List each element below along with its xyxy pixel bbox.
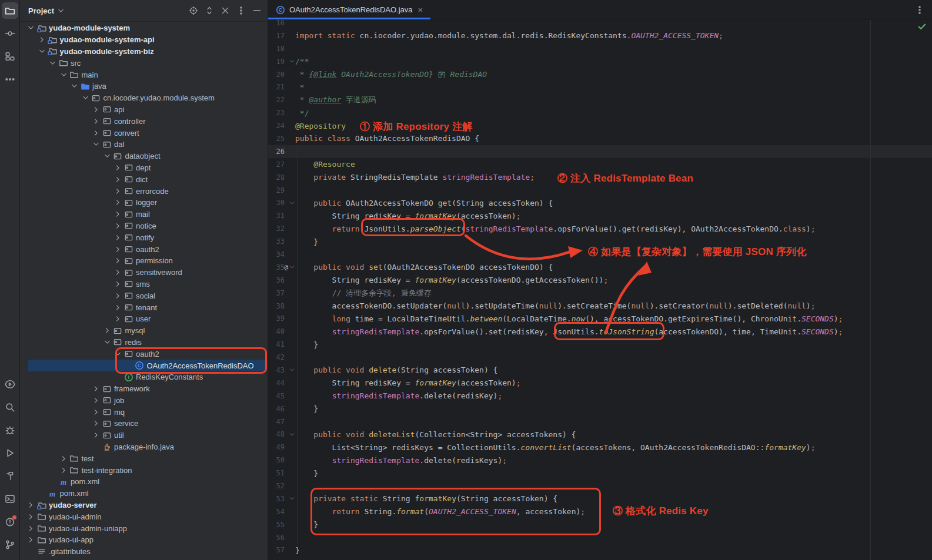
chevron-down-icon[interactable] (37, 48, 47, 55)
line-number[interactable]: 37 (268, 289, 285, 297)
chevron-right-icon[interactable] (102, 327, 112, 334)
tree-item-OAuth2AccessTokenRedisDAO[interactable]: COAuth2AccessTokenRedisDAO (28, 360, 268, 371)
chevron-down-icon[interactable] (48, 59, 58, 67)
chevron-right-icon[interactable] (113, 199, 123, 206)
chevron-right-icon[interactable] (26, 501, 36, 509)
tree-item-package-info.java[interactable]: package-info.java (20, 441, 268, 453)
chevron-down-icon[interactable] (26, 24, 36, 32)
tree-item-user[interactable]: user (20, 313, 268, 325)
line-number[interactable]: 20 (268, 71, 285, 79)
line-number[interactable]: 23 (268, 109, 285, 117)
line-number[interactable]: 35 (268, 263, 285, 271)
tree-item-java[interactable]: java (20, 81, 268, 92)
tree-item-notify[interactable]: notify (20, 232, 268, 243)
line-number[interactable]: 50 (268, 456, 285, 464)
line-number[interactable]: 51 (268, 469, 285, 477)
activitybar-more-horizontal-button[interactable] (2, 71, 18, 88)
tree-item-dept[interactable]: dept (20, 162, 268, 174)
tree-item-api[interactable]: api (20, 104, 268, 116)
tree-item-util[interactable]: util (20, 430, 268, 441)
line-number[interactable]: 39 (268, 314, 285, 323)
line-number[interactable]: 28 (268, 173, 285, 182)
chevron-right-icon[interactable] (91, 129, 101, 137)
line-number[interactable]: 48 (268, 430, 285, 438)
line-number[interactable]: 53 (268, 495, 285, 503)
tree-item-yudao-ui-admin[interactable]: yudao-ui-admin (20, 511, 268, 522)
tree-item-sensitiveword[interactable]: sensitiveword (20, 267, 268, 279)
chevron-right-icon[interactable] (113, 257, 123, 264)
fold-arrow-icon[interactable] (289, 200, 295, 206)
chevron-right-icon[interactable] (91, 385, 101, 393)
tree-item-controller[interactable]: controller (20, 115, 268, 127)
more-vertical-icon[interactable] (915, 0, 932, 19)
chevron-right-icon[interactable] (91, 408, 101, 416)
chevron-right-icon[interactable] (113, 246, 123, 253)
tab-oauth2accesstokenredisdao[interactable]: C OAuth2AccessTokenRedisDAO.java × (268, 0, 430, 19)
tree-item-pom.xml[interactable]: mpom.xml (20, 476, 268, 488)
hide-panel-icon[interactable] (252, 6, 262, 15)
fold-arrow-icon[interactable] (289, 264, 295, 270)
line-number[interactable]: 31 (268, 212, 285, 220)
line-number[interactable]: 44 (268, 379, 285, 387)
tree-item-notice[interactable]: notice (20, 220, 268, 232)
tree-item-pom.xml[interactable]: mpom.xml (20, 488, 268, 499)
tree-item-job[interactable]: job (20, 395, 268, 407)
tree-item-logger[interactable]: logger (20, 197, 268, 209)
tree-item-yudao-module-system-api[interactable]: yudao-module-system-api (20, 34, 268, 46)
tree-item-yudao-module-system[interactable]: yudao-module-system (20, 22, 268, 34)
activitybar-build-button[interactable] (2, 468, 18, 484)
activitybar-debug-button[interactable] (2, 422, 18, 438)
tree-item-dal[interactable]: dal (20, 139, 268, 150)
line-number[interactable]: 43 (268, 366, 285, 374)
chevron-right-icon[interactable] (113, 234, 123, 242)
line-number[interactable]: 32 (268, 224, 285, 233)
line-number[interactable]: 52 (268, 482, 285, 490)
chevron-right-icon[interactable] (26, 536, 36, 544)
activitybar-search-button[interactable] (2, 399, 18, 415)
chevron-down-icon[interactable] (59, 71, 69, 79)
tree-item-dataobject[interactable]: dataobject (20, 150, 268, 162)
line-number[interactable]: 26 (268, 147, 285, 156)
chevron-right-icon[interactable] (91, 431, 101, 439)
chevron-right-icon[interactable] (91, 118, 101, 125)
line-number[interactable]: 16 (268, 20, 285, 27)
tree-item-framework[interactable]: framework (20, 383, 268, 395)
tree-item-oauth2[interactable]: oauth2 (20, 243, 268, 255)
line-number[interactable]: 25 (268, 135, 285, 143)
fold-arrow-icon[interactable] (289, 495, 295, 502)
line-number[interactable]: 29 (268, 186, 285, 195)
annotated-gutter-icon[interactable]: @ (284, 263, 288, 271)
tree-item-yudao-module-system-biz[interactable]: yudao-module-system-biz (20, 46, 268, 58)
chevron-down-icon[interactable] (102, 338, 112, 346)
tree-item-dict[interactable]: dict (20, 173, 268, 185)
fold-arrow-icon[interactable] (289, 58, 295, 65)
line-number[interactable]: 45 (268, 392, 285, 400)
tree-item-sms[interactable]: sms (20, 279, 268, 290)
tree-item-permission[interactable]: permission (20, 255, 268, 267)
collapse-all-icon[interactable] (221, 6, 230, 15)
line-number[interactable]: 41 (268, 340, 285, 348)
tree-item-redis[interactable]: redis (20, 337, 268, 348)
activitybar-problems-button[interactable] (2, 514, 18, 530)
chevron-down-icon[interactable] (57, 7, 65, 15)
activitybar-services-button[interactable] (2, 376, 18, 393)
tree-item-cn.iocoder.yudao.module.system[interactable]: cn.iocoder.yudao.module.system (20, 92, 268, 104)
locate-icon[interactable] (189, 6, 198, 15)
chevron-right-icon[interactable] (113, 187, 123, 195)
tree-item-src[interactable]: src (20, 57, 268, 69)
line-number[interactable]: 27 (268, 160, 285, 169)
chevron-right-icon[interactable] (113, 176, 123, 183)
tree-item-yudao-ui-app[interactable]: yudao-ui-app (20, 534, 268, 546)
tree-item-test-integration[interactable]: test-integration (20, 464, 268, 476)
chevron-right-icon[interactable] (113, 315, 123, 323)
activitybar-version-control-button[interactable] (2, 536, 18, 553)
chevron-right-icon[interactable] (59, 455, 69, 462)
tree-item-RedisKeyConstants[interactable]: IRedisKeyConstants (20, 371, 268, 383)
project-panel-title[interactable]: Project (28, 6, 54, 15)
chevron-right-icon[interactable] (113, 210, 123, 218)
chevron-right-icon[interactable] (113, 304, 123, 311)
chevron-down-icon[interactable] (102, 152, 112, 160)
line-number[interactable]: 33 (268, 237, 285, 246)
line-number[interactable]: 34 (268, 250, 285, 259)
activitybar-project-folder-button[interactable] (2, 2, 18, 19)
